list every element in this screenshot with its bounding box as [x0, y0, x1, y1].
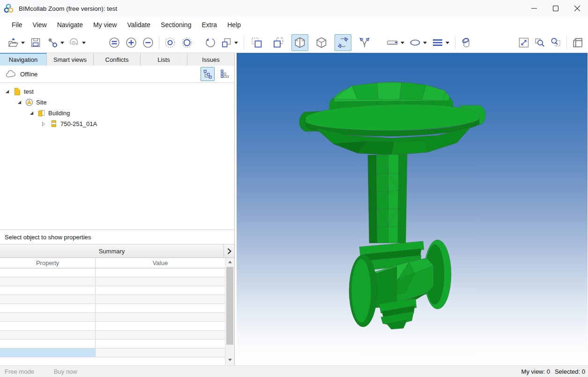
menu-sectioning[interactable]: Sectioning [156, 18, 196, 31]
maximize-button[interactable] [545, 0, 566, 17]
hide-selection-button[interactable] [141, 35, 155, 51]
summary-expand-button[interactable] [223, 244, 234, 258]
scrollbar-thumb[interactable] [226, 267, 233, 345]
reset-view-button[interactable] [204, 35, 217, 51]
isolate-selection-button[interactable] [164, 35, 177, 51]
zoom-selection-button[interactable] [549, 35, 562, 51]
table-row[interactable] [0, 286, 234, 295]
tree-item-building[interactable]: Building [0, 108, 234, 118]
annotate-ellipse-button[interactable] [409, 35, 422, 51]
copy-view-button[interactable] [220, 35, 233, 51]
minimize-button[interactable] [523, 0, 545, 17]
table-row[interactable] [0, 340, 234, 348]
view-cube-button[interactable] [571, 35, 584, 51]
expand-arrow-icon[interactable] [16, 99, 22, 106]
my-view-count: My view: 0 [521, 368, 550, 375]
table-row[interactable] [0, 277, 234, 286]
line-thickness-dropdown[interactable] [444, 35, 451, 51]
scroll-up-button[interactable] [225, 258, 234, 266]
clip-cylinder-button[interactable] [460, 35, 473, 51]
menu-file[interactable]: File [7, 18, 28, 31]
column-header-property[interactable]: Property [0, 258, 96, 268]
zoom-window-button[interactable] [533, 35, 546, 51]
tree-item-label: test [24, 88, 34, 95]
menu-my-view[interactable]: My view [88, 18, 122, 31]
walkthrough-icon [358, 36, 371, 49]
main-area: Navigation Smart views Conflicts Lists I… [0, 53, 588, 365]
statusbar: Free mode Buy now My view: 0 Selected: 0 [0, 365, 588, 377]
connection-status-row: Offline [0, 66, 234, 83]
tab-lists[interactable]: Lists [141, 53, 187, 66]
line-thickness-button[interactable] [431, 35, 444, 51]
show-selection-button[interactable] [125, 35, 138, 51]
menu-help[interactable]: Help [222, 18, 246, 31]
tab-issues[interactable]: Issues [187, 53, 234, 66]
toolbar [0, 33, 588, 53]
titlebar: BIMcollab Zoom (free version): test [0, 0, 588, 17]
minus-circle-icon [142, 37, 154, 49]
isolate-unlock-button[interactable] [180, 35, 194, 51]
menu-view[interactable]: View [28, 18, 52, 31]
tab-navigation[interactable]: Navigation [0, 53, 47, 66]
perspective-cube-button[interactable] [313, 34, 330, 51]
link-models-dropdown[interactable] [59, 35, 66, 51]
table-row[interactable] [0, 331, 234, 340]
deselect-area-button[interactable] [270, 34, 287, 51]
grid-view-button[interactable] [217, 67, 231, 81]
open-model-icon [7, 37, 19, 48]
view-cube-icon [572, 37, 584, 49]
close-button[interactable] [566, 0, 588, 17]
tree-item-750-251-01A[interactable]: 750-251_01A [0, 118, 234, 129]
table-row[interactable] [0, 268, 234, 277]
table-row[interactable] [0, 313, 234, 322]
expand-arrow-icon[interactable] [28, 110, 35, 117]
tree-item-test[interactable]: test [0, 86, 234, 97]
tree-view-icon [203, 69, 212, 79]
walkthrough-button[interactable] [356, 34, 373, 51]
menu-validate[interactable]: Validate [122, 18, 156, 31]
clip-cylinder-icon [460, 37, 472, 49]
tree-item-label: Site [36, 99, 46, 106]
show-all-button[interactable] [108, 35, 121, 51]
ellipse-icon [409, 37, 421, 48]
buy-now-link[interactable]: Buy now [54, 368, 77, 375]
tab-smart-views[interactable]: Smart views [47, 53, 94, 66]
offline-status-label: Offline [20, 71, 37, 78]
save-viewpoint-button[interactable] [29, 35, 42, 51]
menu-navigate[interactable]: Navigate [52, 18, 88, 31]
table-row[interactable] [0, 304, 234, 313]
refresh-models-dropdown[interactable] [81, 35, 87, 51]
zoom-extents-button[interactable] [517, 35, 530, 51]
valve-3d-model[interactable] [237, 53, 588, 365]
orbit-button[interactable] [335, 34, 351, 51]
section-box-button[interactable] [291, 34, 308, 51]
scroll-down-button[interactable] [225, 356, 234, 364]
deselect-area-icon [272, 37, 285, 49]
tree-view-button[interactable] [201, 67, 215, 81]
measure-button[interactable] [386, 35, 399, 51]
measure-ruler-icon [387, 37, 399, 48]
table-row-selected[interactable] [0, 348, 234, 357]
properties-table: Property Value [0, 258, 234, 365]
open-model-button[interactable] [7, 35, 20, 51]
open-model-dropdown[interactable] [20, 35, 26, 51]
menubar: File View Navigate My view Validate Sect… [0, 17, 588, 33]
refresh-models-button[interactable] [67, 35, 81, 51]
tree-item-site[interactable]: Site [0, 97, 234, 108]
table-row[interactable] [0, 295, 234, 304]
properties-scrollbar[interactable] [225, 258, 234, 365]
column-header-value[interactable]: Value [96, 258, 225, 268]
copy-view-dropdown[interactable] [233, 35, 239, 51]
collapse-arrow-icon[interactable] [40, 121, 47, 127]
menu-extra[interactable]: Extra [196, 18, 222, 31]
expand-arrow-icon[interactable] [4, 89, 10, 95]
tree-item-label: Building [48, 110, 70, 117]
viewport-3d[interactable] [237, 53, 588, 365]
link-models-button[interactable] [46, 35, 59, 51]
annotate-ellipse-dropdown[interactable] [422, 35, 428, 51]
measure-dropdown[interactable] [399, 35, 406, 51]
copy-view-icon [221, 37, 232, 49]
table-row[interactable] [0, 322, 234, 331]
tab-conflicts[interactable]: Conflicts [94, 53, 141, 66]
select-area-button[interactable] [248, 34, 265, 51]
